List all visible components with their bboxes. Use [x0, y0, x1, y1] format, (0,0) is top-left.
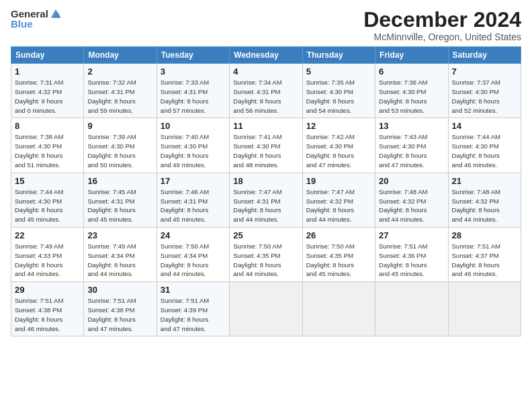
calendar-cell: 16Sunrise: 7:45 AMSunset: 4:31 PMDayligh…: [84, 173, 157, 227]
day-info: Sunrise: 7:50 AMSunset: 4:35 PMDaylight:…: [233, 242, 281, 277]
calendar-cell: 21Sunrise: 7:48 AMSunset: 4:32 PMDayligh…: [448, 173, 521, 227]
week-row-3: 15Sunrise: 7:44 AMSunset: 4:30 PMDayligh…: [11, 173, 521, 227]
calendar-cell: [375, 282, 448, 336]
day-header-sunday: Sunday: [11, 47, 84, 64]
calendar-cell: [448, 282, 521, 336]
day-info: Sunrise: 7:51 AMSunset: 4:38 PMDaylight:…: [87, 297, 136, 332]
day-number: 24: [161, 230, 226, 240]
day-info: Sunrise: 7:51 AMSunset: 4:36 PMDaylight:…: [379, 242, 427, 277]
day-number: 13: [379, 121, 444, 131]
week-row-4: 22Sunrise: 7:49 AMSunset: 4:33 PMDayligh…: [11, 227, 521, 281]
day-number: 20: [379, 176, 444, 186]
day-number: 14: [452, 121, 517, 131]
calendar-cell: 1Sunrise: 7:31 AMSunset: 4:32 PMDaylight…: [11, 64, 84, 118]
day-number: 1: [15, 66, 80, 77]
page-container: General Blue December 2024 McMinnville, …: [0, 0, 532, 342]
day-number: 11: [233, 121, 298, 131]
day-number: 7: [452, 66, 517, 77]
day-info: Sunrise: 7:49 AMSunset: 4:34 PMDaylight:…: [87, 242, 136, 277]
calendar-cell: 17Sunrise: 7:46 AMSunset: 4:31 PMDayligh…: [157, 173, 229, 227]
day-number: 30: [87, 285, 152, 295]
day-number: 31: [161, 285, 226, 295]
calendar-cell: 29Sunrise: 7:51 AMSunset: 4:38 PMDayligh…: [11, 282, 84, 336]
calendar-cell: 26Sunrise: 7:50 AMSunset: 4:35 PMDayligh…: [302, 227, 375, 281]
day-number: 8: [15, 121, 80, 131]
day-info: Sunrise: 7:48 AMSunset: 4:32 PMDaylight:…: [379, 188, 427, 223]
day-info: Sunrise: 7:49 AMSunset: 4:33 PMDaylight:…: [15, 242, 63, 277]
day-number: 4: [233, 66, 298, 77]
day-number: 21: [452, 176, 517, 186]
days-header-row: SundayMondayTuesdayWednesdayThursdayFrid…: [11, 47, 521, 64]
day-header-wednesday: Wednesday: [230, 47, 302, 64]
week-row-1: 1Sunrise: 7:31 AMSunset: 4:32 PMDaylight…: [11, 64, 521, 118]
day-info: Sunrise: 7:33 AMSunset: 4:31 PMDaylight:…: [161, 79, 209, 113]
day-number: 15: [15, 176, 80, 186]
calendar-cell: 9Sunrise: 7:39 AMSunset: 4:30 PMDaylight…: [84, 118, 157, 173]
day-header-friday: Friday: [375, 47, 448, 64]
logo-icon: [50, 8, 62, 20]
day-info: Sunrise: 7:36 AMSunset: 4:30 PMDaylight:…: [379, 79, 427, 113]
month-title: December 2024: [363, 8, 521, 32]
calendar-cell: 11Sunrise: 7:41 AMSunset: 4:30 PMDayligh…: [230, 118, 302, 173]
header: General Blue December 2024 McMinnville, …: [11, 8, 521, 42]
day-number: 23: [87, 230, 152, 240]
day-number: 12: [306, 121, 371, 131]
day-number: 22: [15, 230, 80, 240]
day-header-saturday: Saturday: [448, 47, 521, 64]
day-info: Sunrise: 7:32 AMSunset: 4:31 PMDaylight:…: [87, 79, 136, 113]
day-header-tuesday: Tuesday: [157, 47, 229, 64]
day-number: 6: [379, 66, 444, 77]
calendar-cell: 10Sunrise: 7:40 AMSunset: 4:30 PMDayligh…: [157, 118, 229, 173]
location-text: McMinnville, Oregon, United States: [363, 32, 521, 42]
day-info: Sunrise: 7:34 AMSunset: 4:31 PMDaylight:…: [233, 79, 281, 113]
day-info: Sunrise: 7:43 AMSunset: 4:30 PMDaylight:…: [379, 133, 427, 168]
calendar-cell: 22Sunrise: 7:49 AMSunset: 4:33 PMDayligh…: [11, 227, 84, 281]
day-info: Sunrise: 7:51 AMSunset: 4:39 PMDaylight:…: [161, 297, 209, 332]
calendar-cell: 8Sunrise: 7:38 AMSunset: 4:30 PMDaylight…: [11, 118, 84, 173]
day-info: Sunrise: 7:39 AMSunset: 4:30 PMDaylight:…: [87, 133, 136, 168]
day-info: Sunrise: 7:45 AMSunset: 4:31 PMDaylight:…: [87, 188, 136, 223]
calendar-table: SundayMondayTuesdayWednesdayThursdayFrid…: [11, 46, 521, 336]
calendar-cell: 30Sunrise: 7:51 AMSunset: 4:38 PMDayligh…: [84, 282, 157, 336]
day-number: 3: [161, 66, 226, 77]
calendar-cell: 7Sunrise: 7:37 AMSunset: 4:30 PMDaylight…: [448, 64, 521, 118]
day-header-monday: Monday: [84, 47, 157, 64]
day-info: Sunrise: 7:42 AMSunset: 4:30 PMDaylight:…: [306, 133, 355, 168]
day-number: 5: [306, 66, 371, 77]
day-number: 19: [306, 176, 371, 186]
day-info: Sunrise: 7:44 AMSunset: 4:30 PMDaylight:…: [452, 133, 500, 168]
day-number: 2: [87, 66, 152, 77]
calendar-cell: 15Sunrise: 7:44 AMSunset: 4:30 PMDayligh…: [11, 173, 84, 227]
day-info: Sunrise: 7:50 AMSunset: 4:34 PMDaylight:…: [161, 242, 209, 277]
logo: General Blue: [11, 8, 62, 30]
calendar-cell: [302, 282, 375, 336]
calendar-cell: 18Sunrise: 7:47 AMSunset: 4:31 PMDayligh…: [230, 173, 302, 227]
calendar-cell: 19Sunrise: 7:47 AMSunset: 4:32 PMDayligh…: [302, 173, 375, 227]
calendar-cell: 20Sunrise: 7:48 AMSunset: 4:32 PMDayligh…: [375, 173, 448, 227]
week-row-2: 8Sunrise: 7:38 AMSunset: 4:30 PMDaylight…: [11, 118, 521, 173]
day-info: Sunrise: 7:31 AMSunset: 4:32 PMDaylight:…: [15, 79, 63, 113]
day-number: 17: [161, 176, 226, 186]
calendar-cell: 28Sunrise: 7:51 AMSunset: 4:37 PMDayligh…: [448, 227, 521, 281]
calendar-cell: 5Sunrise: 7:35 AMSunset: 4:30 PMDaylight…: [302, 64, 375, 118]
day-header-thursday: Thursday: [302, 47, 375, 64]
day-number: 29: [15, 285, 80, 295]
calendar-cell: 6Sunrise: 7:36 AMSunset: 4:30 PMDaylight…: [375, 64, 448, 118]
day-info: Sunrise: 7:51 AMSunset: 4:37 PMDaylight:…: [452, 242, 500, 277]
calendar-cell: 27Sunrise: 7:51 AMSunset: 4:36 PMDayligh…: [375, 227, 448, 281]
day-number: 18: [233, 176, 298, 186]
calendar-cell: 23Sunrise: 7:49 AMSunset: 4:34 PMDayligh…: [84, 227, 157, 281]
calendar-cell: [230, 282, 302, 336]
day-number: 26: [306, 230, 371, 240]
day-info: Sunrise: 7:48 AMSunset: 4:32 PMDaylight:…: [452, 188, 500, 223]
day-number: 10: [161, 121, 226, 131]
logo-blue-text: Blue: [11, 19, 33, 30]
day-info: Sunrise: 7:50 AMSunset: 4:35 PMDaylight:…: [306, 242, 355, 277]
calendar-cell: 13Sunrise: 7:43 AMSunset: 4:30 PMDayligh…: [375, 118, 448, 173]
day-info: Sunrise: 7:40 AMSunset: 4:30 PMDaylight:…: [161, 133, 209, 168]
day-info: Sunrise: 7:37 AMSunset: 4:30 PMDaylight:…: [452, 79, 500, 113]
day-info: Sunrise: 7:41 AMSunset: 4:30 PMDaylight:…: [233, 133, 281, 168]
day-info: Sunrise: 7:47 AMSunset: 4:31 PMDaylight:…: [233, 188, 281, 223]
day-number: 16: [87, 176, 152, 186]
week-row-5: 29Sunrise: 7:51 AMSunset: 4:38 PMDayligh…: [11, 282, 521, 336]
